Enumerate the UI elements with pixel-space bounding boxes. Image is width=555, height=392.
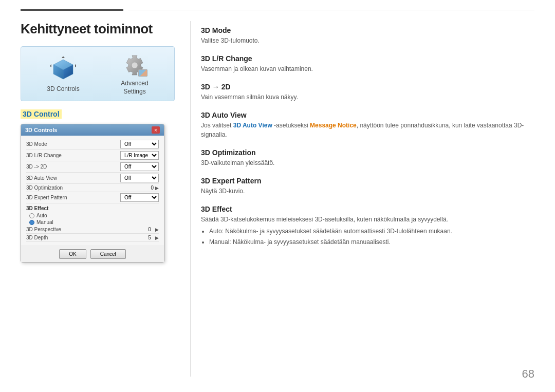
radio-manual-indicator: [29, 220, 34, 225]
info-heading-expert-pattern: 3D Expert Pattern: [201, 177, 534, 185]
svg-marker-8: [50, 64, 51, 67]
dialog-lr-change-select[interactable]: L/R Image: [120, 151, 159, 160]
info-heading-optimization: 3D Optimization: [201, 148, 534, 157]
dialog-row-expert-pattern-label: 3D Expert Pattern: [26, 195, 67, 200]
svg-point-9: [132, 62, 138, 68]
dialog-row-expert-pattern-value: Off: [120, 193, 159, 202]
right-column: 3D Mode Valitse 3D-tulomuoto. 3D L/R Cha…: [190, 21, 534, 377]
dialog-row-depth: 3D Depth 5 ▶: [26, 234, 159, 242]
dialog-title: 3D Controls: [25, 127, 57, 133]
dialog-row-depth-control: 5 ▶: [146, 235, 159, 240]
radio-auto-indicator: [29, 213, 34, 218]
dialog-row-optimization-label: 3D Optimization: [26, 185, 63, 191]
info-text-auto-view: Jos valitset 3D Auto View -asetukseksi M…: [201, 121, 534, 139]
dialog-expert-pattern-select[interactable]: Off: [120, 193, 159, 202]
info-heading-3d-2d: 3D → 2D: [201, 83, 534, 91]
menu-item-3d-controls[interactable]: 3D Controls: [47, 57, 79, 94]
dialog-row-lr-change-label: 3D L/R Change: [26, 153, 62, 158]
optimization-arrow: ▶: [155, 185, 159, 191]
dialog-row-auto-view-label: 3D Auto View: [26, 175, 57, 181]
dialog-cancel-button[interactable]: Cancel: [90, 249, 126, 259]
dialog-body: 3D Mode Off 3D L/R Change L/R Image: [21, 136, 164, 245]
dialog-row-3d-mode-value: Off: [120, 140, 159, 148]
info-text-3d-2d: Vain vasemman silmän kuva näkyy.: [201, 92, 534, 102]
dialog-row-optimization: 3D Optimization 0 ▶: [26, 184, 159, 192]
dialog-row-lr-change-value: L/R Image: [120, 151, 159, 160]
info-text-lr-change: Vasemman ja oikean kuvan vaihtaminen.: [201, 64, 534, 73]
depth-arrow[interactable]: ▶: [155, 235, 159, 240]
menu-item-advanced-settings[interactable]: AdvancedSettings: [121, 54, 148, 96]
dialog-row-3d-mode: 3D Mode Off: [26, 139, 159, 150]
main-content: Kehittyneet toiminnot: [0, 11, 555, 392]
info-section-effect: 3D Effect Säädä 3D-katselukokemus mielei…: [201, 205, 534, 247]
info-text-optimization: 3D-vaikutelman yleissäätö.: [201, 158, 534, 167]
perspective-value: 0: [146, 227, 153, 232]
dialog-row-3d-2d-label: 3D -> 2D: [26, 164, 47, 170]
effect-bullet-manual: Manual: Näkökulma- ja syvyysasetukset sä…: [209, 237, 534, 247]
radio-auto-label: Auto: [36, 213, 47, 218]
dialog-close-button[interactable]: ×: [152, 126, 160, 134]
info-text-expert-pattern: Näytä 3D-kuvio.: [201, 186, 534, 196]
dialog-radio-manual[interactable]: Manual: [26, 219, 159, 226]
menu-item-advanced-settings-label: AdvancedSettings: [121, 80, 148, 96]
dialog-row-auto-view-value: Off: [120, 174, 159, 182]
info-text-3d-mode: Valitse 3D-tulomuoto.: [201, 36, 534, 45]
dialog-effect-header: 3D Effect: [26, 203, 159, 212]
effect-bullet-list: Auto: Näkökulma- ja syvyysasetukset sääd…: [201, 227, 534, 247]
info-heading-3d-mode: 3D Mode: [201, 26, 534, 34]
page-title: Kehittyneet toiminnot: [21, 21, 175, 37]
dialog-buttons: OK Cancel: [21, 245, 164, 262]
info-section-auto-view: 3D Auto View Jos valitset 3D Auto View -…: [201, 111, 534, 139]
highlight-manual: Manual: [209, 238, 229, 246]
dialog-titlebar: 3D Controls ×: [21, 124, 164, 136]
left-column: Kehittyneet toiminnot: [21, 21, 175, 377]
dialog-row-3d-2d-value: Off: [120, 162, 159, 171]
dialog-row-perspective: 3D Perspective 0 ▶: [26, 226, 159, 234]
svg-marker-4: [62, 57, 65, 58]
dialog-box: 3D Controls × 3D Mode Off: [21, 124, 164, 263]
page-number: 68: [522, 367, 534, 381]
menu-item-3d-controls-label: 3D Controls: [47, 85, 79, 94]
dialog-row-optimization-value: 0 ▶: [151, 185, 159, 191]
radio-manual-label: Manual: [36, 219, 53, 225]
dialog-3d-2d-select[interactable]: Off: [120, 162, 159, 171]
info-section-3d-mode: 3D Mode Valitse 3D-tulomuoto.: [201, 26, 534, 45]
highlight-message-notice: Message Notice: [310, 122, 357, 129]
svg-marker-6: [75, 64, 76, 67]
dialog-3d-mode-select[interactable]: Off: [120, 140, 159, 148]
info-section-lr-change: 3D L/R Change Vasemman ja oikean kuvan v…: [201, 54, 534, 73]
page-container: Kehittyneet toiminnot: [0, 0, 555, 392]
dialog-row-expert-pattern: 3D Expert Pattern Off: [26, 192, 159, 203]
cube-icon: [50, 57, 76, 82]
dialog-auto-view-select[interactable]: Off: [120, 174, 159, 182]
dialog-row-3d-mode-label: 3D Mode: [26, 141, 47, 147]
info-heading-auto-view: 3D Auto View: [201, 111, 534, 119]
info-section-optimization: 3D Optimization 3D-vaikutelman yleissäät…: [201, 148, 534, 167]
effect-bullet-auto: Auto: Näkökulma- ja syvyysasetukset sääd…: [209, 227, 534, 236]
highlight-auto-view: 3D Auto View: [233, 122, 272, 129]
dialog-row-lr-change: 3D L/R Change L/R Image: [26, 150, 159, 161]
dialog-row-perspective-label: 3D Perspective: [26, 227, 61, 232]
menu-icons-box: 3D Controls: [21, 46, 175, 101]
dialog-row-auto-view: 3D Auto View Off: [26, 173, 159, 184]
info-heading-lr-change: 3D L/R Change: [201, 54, 534, 63]
dialog-radio-auto[interactable]: Auto: [26, 212, 159, 219]
optimization-value: 0: [151, 185, 154, 191]
info-heading-effect: 3D Effect: [201, 205, 534, 213]
dialog-row-3d-2d: 3D -> 2D Off: [26, 161, 159, 173]
dialog-ok-button[interactable]: OK: [59, 249, 86, 259]
info-section-expert-pattern: 3D Expert Pattern Näytä 3D-kuvio.: [201, 177, 534, 196]
perspective-arrow[interactable]: ▶: [155, 227, 159, 232]
depth-value: 5: [146, 235, 153, 240]
section-label: 3D Control: [21, 109, 62, 119]
info-section-3d-2d: 3D → 2D Vain vasemman silmän kuva näkyy.: [201, 83, 534, 102]
dialog-row-depth-label: 3D Depth: [26, 235, 48, 240]
info-text-effect-intro: Säädä 3D-katselukokemus mieleiseksesi 3D…: [201, 215, 534, 224]
highlight-auto: Auto: [209, 228, 222, 235]
dialog-row-perspective-control: 0 ▶: [146, 227, 159, 232]
top-line-light: [128, 10, 534, 10]
